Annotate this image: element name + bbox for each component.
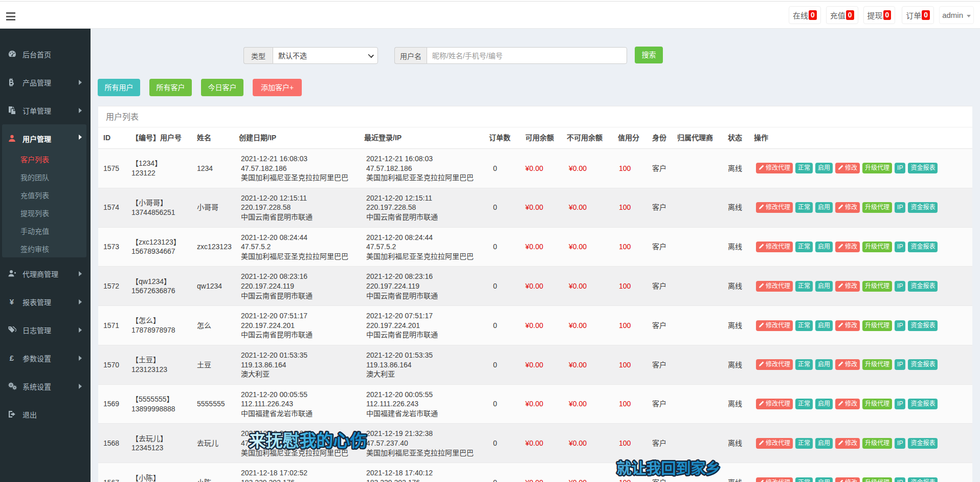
svg-text:£: £ — [10, 354, 14, 362]
svg-text:¥: ¥ — [10, 298, 14, 305]
